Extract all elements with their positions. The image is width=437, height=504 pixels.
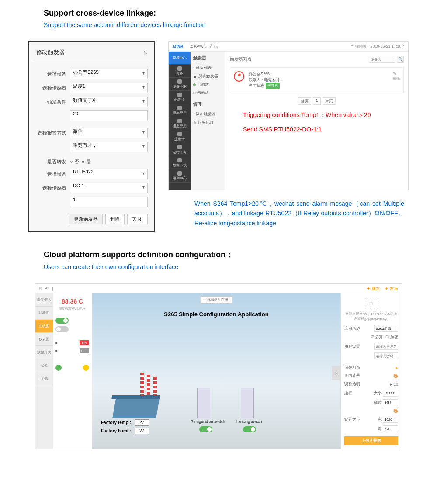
sidebar-item-timer[interactable]: 定时任务: [169, 143, 191, 156]
page-1[interactable]: 1: [313, 97, 320, 105]
opacity-value[interactable]: ▸ 10: [390, 382, 398, 387]
radio-forward[interactable]: ○ 否 ● 是: [70, 159, 91, 165]
input-do-val[interactable]: 1: [70, 197, 148, 207]
page-first[interactable]: 首页: [298, 97, 311, 105]
public-check[interactable]: ☑ 公开: [371, 335, 383, 340]
border-input[interactable]: [383, 390, 398, 397]
select-device[interactable]: 办公室S265: [70, 69, 148, 79]
tab-value[interactable]: 取值/开关: [35, 293, 53, 307]
dot-icon: [193, 92, 196, 94]
main-title: 触发器列表: [230, 56, 252, 62]
heat-toggle[interactable]: [243, 426, 256, 432]
select-device2[interactable]: RTU5022: [70, 169, 148, 179]
style-input[interactable]: [383, 399, 398, 406]
nav-active[interactable]: 已激活: [193, 80, 223, 89]
canvas[interactable]: + 添加组件面板 S265 Simple Configuration Appli…: [92, 293, 340, 449]
sidebar-item-map[interactable]: 设备地图: [169, 78, 191, 91]
sim-icon: [177, 132, 182, 136]
sidebar-item-download[interactable]: 数据下载: [169, 156, 191, 169]
app-icon: [177, 106, 182, 110]
label-condition: 触发条件: [36, 99, 66, 105]
nav-devicelist[interactable]: › 设备列表: [193, 64, 223, 72]
led-yellow[interactable]: [83, 365, 89, 371]
select-condition[interactable]: 数值高于X: [70, 97, 148, 107]
publish-button[interactable]: ✈ 发布: [385, 286, 398, 292]
bg-label: 调整画布: [344, 365, 360, 370]
switch-on[interactable]: ON: [80, 340, 89, 345]
sidebar-item-device[interactable]: 设备: [169, 65, 191, 78]
topnav-monitor[interactable]: 监控中心: [189, 44, 207, 50]
nav-alarmlog[interactable]: ✎ 报警记录: [193, 118, 223, 127]
switch-off[interactable]: OFF: [80, 348, 89, 353]
color-picker-icon[interactable]: 🎨: [393, 409, 398, 413]
upload-bg-button[interactable]: 上传背景图: [344, 436, 398, 445]
section1-subtitle: Support the same account,different devic…: [44, 21, 393, 28]
toolbar-icon[interactable]: ⎘: [39, 286, 42, 291]
sidebar-item-simple[interactable]: 简易应用: [169, 104, 191, 117]
close-icon[interactable]: ×: [143, 48, 147, 56]
arrow-right-icon[interactable]: ›: [332, 366, 340, 380]
topnav-product[interactable]: 产品: [209, 44, 218, 50]
select-alarm-to[interactable]: 唯楚有才，: [70, 142, 148, 152]
toolbar-icon[interactable]: |: [52, 286, 53, 291]
color-picker-icon[interactable]: 🎨: [393, 374, 398, 378]
toggle-on[interactable]: [55, 318, 69, 324]
sidebar-item-monitor[interactable]: 监控中心: [169, 52, 191, 65]
edit-icon[interactable]: ✎编辑: [393, 71, 400, 81]
left-tabs: 取值/开关 饼状图 曲线图 仪表图 数据开关 定位 其他: [35, 293, 53, 449]
width-input[interactable]: [383, 416, 398, 423]
delete-button[interactable]: 删除: [105, 214, 125, 224]
sidebar: 监控中心 设备 设备地图 触发器 简易应用 组态应用 流量卡 定时任务 数据下载…: [169, 52, 191, 190]
section2-title: Cloud platform supports definition confi…: [44, 249, 393, 260]
search-button[interactable]: 🔍: [397, 56, 404, 63]
sidebar-item-scada[interactable]: 组态应用: [169, 117, 191, 130]
tab-switch[interactable]: 数据开关: [35, 346, 53, 359]
appname-input[interactable]: [374, 325, 398, 332]
tab-gauge[interactable]: 仪表图: [35, 333, 53, 346]
tab-location[interactable]: 定位: [35, 359, 53, 372]
sidebar-item-sim[interactable]: 流量卡: [169, 130, 191, 143]
opacity-label: 调整透明: [344, 381, 360, 387]
nav-addtrigger[interactable]: › 添加触发器: [193, 110, 223, 118]
pwd-input[interactable]: [374, 352, 398, 359]
section2-subtitle: Users can create their own configuration…: [44, 263, 393, 270]
refrig-toggle[interactable]: [199, 426, 212, 432]
subnav: 触发器 › 设备列表 ▲ 所有触发器 已激活 未激活 管理 › 添加触发器 ✎ …: [191, 52, 225, 190]
sidebar-item-user[interactable]: 用户中心: [169, 169, 191, 183]
page-last[interactable]: 末页: [323, 97, 336, 105]
border-label: 边框: [344, 390, 352, 396]
toggle-off[interactable]: [55, 326, 69, 332]
user-input[interactable]: [374, 343, 398, 350]
search-input[interactable]: [369, 56, 395, 63]
ac-unit-2: [241, 388, 254, 418]
tab-curve[interactable]: 曲线图: [35, 320, 53, 333]
preview-button[interactable]: ✈ 预览: [367, 286, 380, 292]
nav-inactive[interactable]: 未激活: [193, 89, 223, 97]
nav-alltriggers[interactable]: ▲ 所有触发器: [193, 72, 223, 80]
dialog-title: 修改触发器: [36, 48, 65, 56]
cube-icon[interactable]: ◫: [365, 297, 378, 310]
label-sensor: 选择传感器: [36, 85, 66, 91]
label-forward: 是否转发: [36, 159, 66, 165]
temp-display[interactable]: 88.36 C: [55, 296, 89, 307]
sidebar-item-trigger[interactable]: 触发器: [169, 91, 191, 104]
temp-label: Factory temp :: [101, 420, 131, 425]
led-green[interactable]: [55, 365, 62, 371]
add-component-button[interactable]: + 添加组件面板: [201, 296, 232, 304]
humi-value: 27: [135, 428, 149, 434]
select-sensor[interactable]: 温度1: [70, 83, 148, 93]
select-alarm[interactable]: 微信: [70, 128, 148, 138]
update-button[interactable]: 更新触发器: [69, 214, 103, 224]
explain-text: When S264 Temp1>20℃，wechat send alarm me…: [168, 199, 409, 228]
config-editor: ⎘ ↶ | ✈ 预览 ✈ 发布 取值/开关 饼状图 曲线图 仪表图 数据开关 定…: [35, 283, 402, 449]
close-button[interactable]: 关 闭: [127, 214, 148, 224]
ac-unit-1: [197, 388, 210, 418]
tab-other[interactable]: 其他: [35, 372, 53, 385]
encrypt-check[interactable]: ☐ 加密: [385, 335, 398, 340]
tab-pie[interactable]: 饼状图: [35, 307, 53, 320]
height-input[interactable]: [383, 425, 398, 432]
humi-label: Factory humi :: [101, 428, 131, 433]
input-threshold[interactable]: 20: [70, 110, 148, 121]
toolbar-icon[interactable]: ↶: [45, 286, 49, 291]
select-sensor2[interactable]: DO-1: [70, 183, 148, 193]
